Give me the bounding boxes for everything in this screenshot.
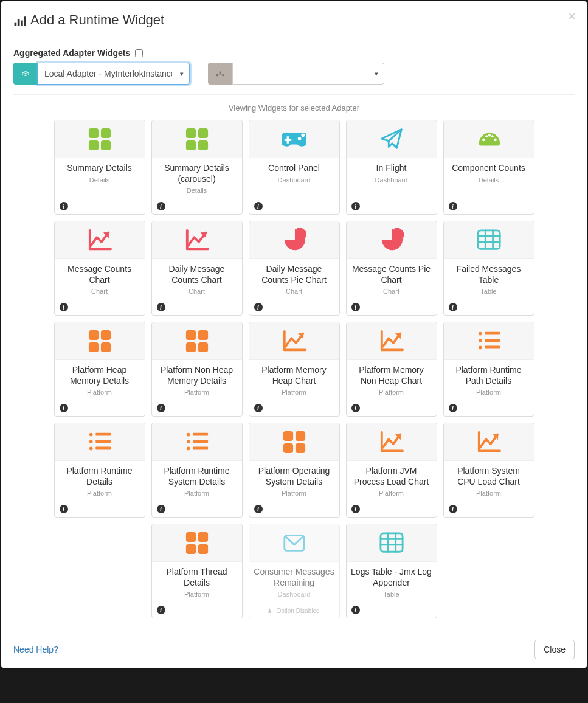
close-button[interactable]: Close [534, 640, 575, 659]
card-body: Failed Messages Table Table [444, 259, 534, 300]
card-body: Platform System CPU Load Chart Platform [444, 461, 534, 502]
card-body: Platform JVM Process Load Chart Platform [347, 461, 437, 502]
widget-card[interactable]: Message Counts Pie Chart Chart i [346, 221, 437, 316]
aggregated-widgets-row: Aggregated Adapter Widgets [13, 48, 575, 58]
grid-green-icon [185, 127, 209, 151]
linechart-orange-icon [379, 430, 404, 454]
info-icon[interactable]: i [449, 505, 457, 513]
card-footer: i [444, 502, 534, 517]
info-icon[interactable]: i [157, 404, 165, 412]
info-icon[interactable]: i [60, 303, 68, 311]
widget-card: Consumer Messages Remaining Dashboard Op… [249, 524, 340, 618]
card-icon-area [152, 120, 242, 158]
widget-card[interactable]: Failed Messages Table Table i [443, 221, 534, 316]
info-icon[interactable]: i [351, 606, 360, 614]
list-orange-icon [477, 329, 501, 353]
card-title: Daily Message Counts Chart [156, 264, 238, 285]
widget-card[interactable]: Platform Operating System Details Platfo… [249, 423, 340, 518]
piechart-red-icon [282, 228, 306, 252]
info-icon[interactable]: i [60, 404, 68, 412]
widget-card[interactable]: Platform Heap Memory Details Platform i [54, 322, 145, 417]
card-icon-area [444, 221, 534, 259]
card-icon-area [55, 423, 145, 461]
widget-card[interactable]: Platform Thread Details Platform i [151, 524, 243, 618]
card-title: Consumer Messages Remaining [253, 567, 336, 588]
grid-orange-icon [282, 430, 306, 454]
info-icon[interactable]: i [60, 505, 68, 513]
aggregated-widgets-checkbox[interactable] [135, 49, 143, 57]
info-icon[interactable]: i [351, 404, 360, 412]
close-icon[interactable]: × [568, 10, 576, 23]
help-link[interactable]: Need Help? [13, 645, 58, 654]
info-icon[interactable]: i [351, 202, 360, 210]
widget-card[interactable]: Platform Memory Heap Chart Platform i [249, 322, 340, 417]
card-category: Platform [253, 490, 336, 497]
widget-card[interactable]: Platform JVM Process Load Chart Platform… [346, 423, 437, 518]
widget-card[interactable]: Logs Table - Jmx Log Appender Table i [346, 524, 437, 618]
widget-card[interactable]: Platform Non Heap Memory Details Platfor… [151, 322, 243, 417]
channel-select[interactable] [232, 63, 384, 85]
card-body: Platform Runtime System Details Platform [152, 461, 242, 502]
widget-card[interactable]: Control Panel Dashboard i [249, 120, 340, 215]
card-category: Details [58, 176, 141, 184]
widget-card[interactable]: Platform Runtime Details Platform i [54, 423, 145, 518]
widget-card[interactable]: Platform Runtime System Details Platform… [151, 423, 243, 518]
card-body: Platform Memory Non Heap Chart Platform [347, 360, 437, 401]
info-icon[interactable]: i [157, 202, 165, 210]
widget-card[interactable]: Daily Message Counts Pie Chart Chart i [249, 221, 340, 316]
card-title: Daily Message Counts Pie Chart [253, 264, 336, 285]
gauge-green-icon [477, 127, 501, 151]
info-icon[interactable]: i [449, 303, 457, 311]
widget-card[interactable]: Platform Memory Non Heap Chart Platform … [346, 322, 437, 417]
widget-grid: Summary Details Details i Summary Detail… [13, 120, 575, 631]
card-footer: i [152, 401, 242, 416]
info-icon[interactable]: i [351, 505, 360, 513]
card-icon-area [152, 524, 242, 562]
card-footer: i [55, 502, 145, 517]
info-icon[interactable]: i [351, 303, 360, 311]
widget-card[interactable]: In Flight Dashboard i [346, 120, 437, 215]
info-icon[interactable]: i [254, 505, 263, 513]
modal-footer: Need Help? Close [1, 631, 587, 668]
card-footer: i [152, 199, 242, 214]
card-title: Failed Messages Table [448, 264, 530, 285]
widget-card[interactable]: Platform System CPU Load Chart Platform … [443, 423, 534, 518]
widget-card[interactable]: Message Counts Chart Chart i [54, 221, 145, 316]
grid-orange-icon [185, 531, 209, 555]
card-category: Platform [253, 389, 336, 396]
widget-card[interactable]: Platform Runtime Path Details Platform i [443, 322, 534, 417]
card-footer: i [249, 401, 339, 416]
info-icon[interactable]: i [60, 202, 68, 210]
card-icon-area [444, 120, 534, 158]
card-category: Platform [58, 490, 141, 497]
card-footer: i [152, 300, 242, 315]
card-title: Message Counts Chart [58, 264, 141, 285]
card-title: Platform Operating System Details [253, 466, 336, 487]
card-category: Dashboard [253, 590, 336, 598]
info-icon[interactable]: i [157, 505, 165, 513]
info-icon[interactable]: i [157, 303, 165, 311]
card-body: Consumer Messages Remaining Dashboard [249, 562, 339, 604]
info-icon[interactable]: i [254, 404, 263, 412]
info-icon[interactable]: i [254, 202, 263, 210]
info-icon[interactable]: i [449, 404, 457, 412]
card-category: Details [156, 187, 238, 194]
card-icon-area [249, 423, 339, 461]
card-icon-area [347, 120, 437, 158]
adapter-select[interactable]: Local Adapter - MyInterlokInstance [38, 63, 190, 85]
widget-card[interactable]: Summary Details (carousel) Details i [151, 120, 243, 215]
info-icon[interactable]: i [157, 606, 165, 614]
card-footer: i [444, 300, 534, 315]
card-body: Summary Details Details [55, 158, 145, 199]
info-icon[interactable]: i [254, 303, 263, 311]
adapter-badge-icon [13, 63, 38, 85]
widget-card[interactable]: Daily Message Counts Chart Chart i [151, 221, 243, 316]
card-title: Platform Memory Non Heap Chart [350, 365, 433, 386]
card-footer: i [55, 199, 145, 214]
card-footer: i [347, 603, 437, 618]
widget-card[interactable]: Component Counts Details i [443, 120, 534, 215]
card-body: Component Counts Details [444, 158, 534, 199]
info-icon[interactable]: i [449, 202, 457, 210]
widget-card[interactable]: Summary Details Details i [54, 120, 145, 215]
envelope-teal-icon [282, 531, 306, 555]
